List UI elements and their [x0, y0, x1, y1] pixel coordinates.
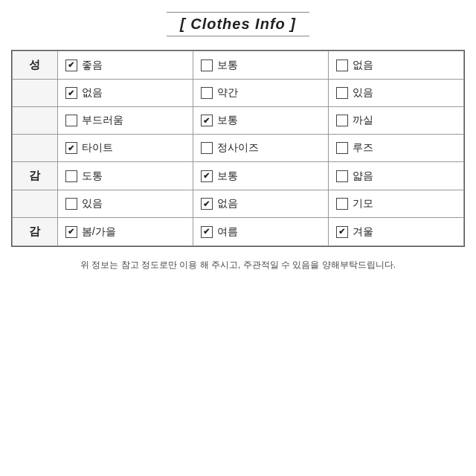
checkbox-icon[interactable] [201, 226, 213, 238]
option-cell: 여름 [193, 218, 328, 246]
option-cell: 기모 [328, 190, 463, 218]
option-cell: 루즈 [328, 135, 463, 162]
checkbox-icon[interactable] [336, 115, 348, 126]
option-cell: 있음 [328, 80, 463, 107]
option-cell: 약간 [193, 80, 328, 107]
option-cell: 타이트 [57, 135, 193, 162]
option-label: 기모 [353, 197, 373, 210]
option-item: 여름 [201, 225, 321, 239]
option-label: 타이트 [82, 141, 113, 155]
option-item: 좋음 [65, 59, 185, 72]
option-label: 정사이즈 [217, 141, 259, 155]
table-row: 있음없음기모 [13, 190, 464, 218]
option-item: 정사이즈 [201, 141, 321, 155]
row-label: 감 [13, 162, 58, 190]
option-item: 없음 [201, 197, 321, 210]
option-label: 겨울 [353, 225, 373, 239]
option-label: 있음 [353, 86, 373, 100]
option-label: 여름 [217, 225, 238, 239]
option-label: 약간 [217, 86, 238, 100]
table-row: 감도통보통얇음 [13, 162, 464, 190]
option-label: 보통 [217, 59, 238, 72]
checkbox-icon[interactable] [201, 198, 213, 210]
option-cell: 얇음 [328, 162, 463, 190]
option-cell: 정사이즈 [193, 135, 328, 162]
option-label: 까실 [353, 114, 373, 127]
checkbox-icon[interactable] [65, 87, 77, 99]
table-row: 성좋음보통없음 [13, 51, 464, 80]
option-cell: 도통 [57, 162, 193, 190]
option-item: 얇음 [336, 170, 456, 183]
option-label: 보통 [217, 170, 238, 183]
checkbox-icon[interactable] [201, 60, 213, 71]
table-row: 부드러움보통까실 [13, 107, 464, 135]
checkbox-icon[interactable] [336, 142, 348, 154]
option-item: 루즈 [336, 141, 456, 155]
option-item: 보통 [201, 114, 321, 127]
option-item: 있음 [336, 86, 456, 100]
option-cell: 겨울 [328, 218, 463, 246]
option-label: 루즈 [353, 141, 373, 155]
row-label: 성 [13, 51, 58, 80]
table-row: 타이트정사이즈루즈 [13, 135, 464, 162]
checkbox-icon[interactable] [201, 142, 213, 154]
checkbox-icon[interactable] [336, 170, 348, 182]
clothes-info-table: 성좋음보통없음없음약간있음부드러움보통까실타이트정사이즈루즈감도통보통얇음있음없… [11, 50, 465, 247]
option-cell: 봄/가을 [57, 218, 193, 246]
table-row: 없음약간있음 [13, 80, 464, 107]
option-cell: 보통 [193, 162, 328, 190]
option-item: 겨울 [336, 225, 456, 239]
option-label: 보통 [217, 114, 238, 127]
row-label [13, 107, 58, 135]
checkbox-icon[interactable] [336, 226, 348, 238]
option-label: 없음 [353, 59, 373, 72]
option-item: 없음 [65, 86, 185, 100]
row-label [13, 190, 58, 218]
option-item: 보통 [201, 170, 321, 183]
option-item: 기모 [336, 197, 456, 210]
option-item: 봄/가을 [65, 225, 185, 239]
checkbox-icon[interactable] [201, 170, 213, 182]
table-row: 감봄/가을여름겨울 [13, 218, 464, 246]
option-item: 부드러움 [65, 114, 185, 127]
checkbox-icon[interactable] [65, 198, 77, 210]
option-label: 부드러움 [82, 114, 123, 127]
option-cell: 보통 [193, 107, 328, 135]
option-cell: 좋음 [57, 51, 193, 80]
option-cell: 없음 [57, 80, 193, 107]
row-label [13, 80, 58, 107]
checkbox-icon[interactable] [65, 142, 77, 154]
option-item: 도통 [65, 170, 185, 183]
row-label [13, 135, 58, 162]
option-label: 도통 [82, 170, 103, 183]
option-cell: 없음 [328, 51, 463, 80]
option-item: 까실 [336, 114, 456, 127]
checkbox-icon[interactable] [65, 115, 77, 126]
option-item: 있음 [65, 197, 185, 210]
checkbox-icon[interactable] [201, 87, 213, 99]
option-item: 없음 [336, 59, 456, 72]
checkbox-icon[interactable] [336, 60, 348, 71]
option-item: 약간 [201, 86, 321, 100]
option-label: 얇음 [353, 170, 373, 183]
option-cell: 보통 [193, 51, 328, 80]
option-cell: 있음 [57, 190, 193, 218]
checkbox-icon[interactable] [201, 115, 213, 126]
option-item: 타이트 [65, 141, 185, 155]
checkbox-icon[interactable] [336, 87, 348, 99]
checkbox-icon[interactable] [336, 198, 348, 210]
page-title: [ Clothes Info ] [167, 12, 309, 36]
option-cell: 부드러움 [57, 107, 193, 135]
option-label: 좋음 [82, 59, 103, 72]
option-item: 보통 [201, 59, 321, 72]
checkbox-icon[interactable] [65, 170, 77, 182]
footer-note: 위 정보는 참고 정도로만 이용 해 주시고, 주관적일 수 있음을 양해부탁드… [22, 259, 454, 271]
row-label: 감 [13, 218, 58, 246]
option-label: 없음 [217, 197, 238, 210]
option-label: 있음 [82, 197, 103, 210]
option-cell: 까실 [328, 107, 463, 135]
option-label: 봄/가을 [82, 225, 116, 239]
checkbox-icon[interactable] [65, 60, 77, 71]
option-label: 없음 [82, 86, 103, 100]
checkbox-icon[interactable] [65, 226, 77, 238]
